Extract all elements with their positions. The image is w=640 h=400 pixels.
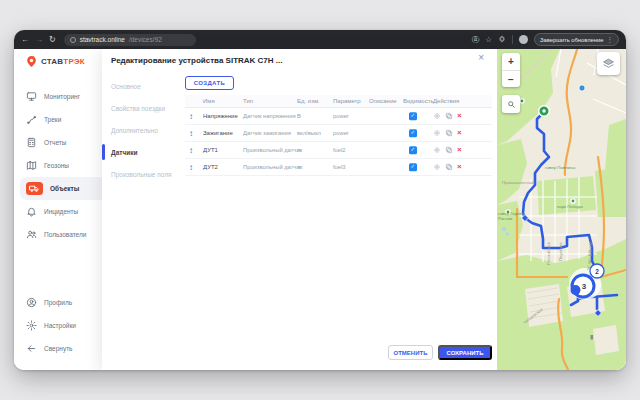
map-layers-button[interactable] xyxy=(597,52,620,75)
sidebar-item-geozones[interactable]: Геозоны xyxy=(20,154,106,177)
sidebar-item-label: Пользователи xyxy=(44,231,86,238)
device-editor-panel: Редактирование устройства SITRAK C7H ...… xyxy=(102,49,497,370)
sidebar-item-monitoring[interactable]: Мониторинг xyxy=(20,85,106,108)
copy-icon[interactable] xyxy=(445,129,453,137)
settings-icon[interactable] xyxy=(433,163,441,171)
cancel-button[interactable]: ОТМЕНИТЬ xyxy=(388,345,433,360)
drag-handle-icon[interactable]: ↕ xyxy=(189,112,193,121)
map[interactable]: 3 2 Промышленный сквер Пав xyxy=(497,49,626,370)
settings-icon[interactable] xyxy=(433,129,441,137)
row-actions: × xyxy=(433,163,462,171)
close-icon[interactable]: × xyxy=(478,53,484,63)
settings-icon[interactable] xyxy=(433,112,441,120)
tab-main[interactable]: Основное xyxy=(102,75,182,97)
drag-handle-icon[interactable]: ↕ xyxy=(189,146,193,155)
sensor-name: Напряжение xyxy=(203,113,238,119)
translate-icon[interactable]: ⓐ xyxy=(472,36,480,44)
map-search-button[interactable] xyxy=(502,95,520,113)
table-row: ↕ Напряжение Датчик напряжения В power ✓… xyxy=(185,108,492,125)
sidebar-item-label: Геозоны xyxy=(44,162,69,169)
map-icon xyxy=(26,160,37,171)
delete-icon[interactable]: × xyxy=(457,163,462,171)
sidebar-item-users[interactable]: Пользователи xyxy=(20,223,106,246)
delete-icon[interactable]: × xyxy=(457,129,462,137)
settings-icon[interactable] xyxy=(433,146,441,154)
visibility-checkbox[interactable]: ✓ xyxy=(409,163,417,171)
finish-update-button[interactable]: Завершить обновление ⋮ xyxy=(534,33,619,46)
route-point-blob xyxy=(571,285,581,295)
sensor-name: Зажигание xyxy=(203,130,233,136)
profile-avatar[interactable] xyxy=(519,35,528,44)
reload-icon[interactable]: ↻ xyxy=(49,36,56,44)
sidebar-nav: Мониторинг Треки Отчеты Геозоны xyxy=(14,85,112,246)
sensor-unit: л xyxy=(297,147,300,153)
users-icon xyxy=(26,229,37,240)
sensor-name: ДУТ2 xyxy=(203,164,218,170)
sensor-unit: В xyxy=(297,113,301,119)
browser-window: ← → ↻ stavtrack.online/devices/92 ⓐ ☆ За… xyxy=(14,30,626,370)
row-actions: × xyxy=(433,129,462,137)
sidebar-item-profile[interactable]: Профиль xyxy=(20,291,106,314)
gear-icon xyxy=(26,320,37,331)
route-icon xyxy=(26,114,37,125)
extensions-icon[interactable] xyxy=(498,35,506,45)
save-button[interactable]: СОХРАНИТЬ xyxy=(438,345,492,360)
drag-handle-icon[interactable]: ↕ xyxy=(189,129,193,138)
bell-icon xyxy=(26,206,37,217)
site-info-icon[interactable] xyxy=(70,37,76,43)
monument-icon xyxy=(591,335,594,340)
col-actions: Действия xyxy=(433,98,459,104)
sidebar-item-label: Мониторинг xyxy=(44,93,80,100)
brand-text: СТАВТРЭК xyxy=(41,57,85,66)
tab-sensors[interactable]: Датчики xyxy=(102,141,182,163)
layers-icon xyxy=(602,57,615,70)
sidebar-item-label: Профиль xyxy=(44,299,72,306)
create-button[interactable]: СОЗДАТЬ xyxy=(185,76,234,90)
sidebar: СТАВТРЭК Мониторинг Треки Отчеты xyxy=(14,49,112,370)
zoom-out-button[interactable]: − xyxy=(502,70,520,87)
col-unit: Ед. изм. xyxy=(297,98,320,104)
delete-icon[interactable]: × xyxy=(457,112,462,120)
street-label: сквер Героев России xyxy=(498,211,526,222)
tab-additional[interactable]: Дополнительно xyxy=(102,119,182,141)
visibility-checkbox[interactable]: ✓ xyxy=(409,129,417,137)
visibility-checkbox[interactable]: ✓ xyxy=(409,146,417,154)
arrow-left-icon xyxy=(26,343,37,354)
sidebar-item-objects[interactable]: Объекты xyxy=(20,177,106,200)
sidebar-item-tracks[interactable]: Треки xyxy=(20,108,106,131)
sidebar-item-label: Свернуть xyxy=(44,345,73,352)
magnifier-icon xyxy=(507,100,516,109)
zoom-in-button[interactable]: + xyxy=(502,53,520,70)
sidebar-item-reports[interactable]: Отчеты xyxy=(20,131,106,154)
copy-icon[interactable] xyxy=(445,163,453,171)
profile-icon xyxy=(26,297,37,308)
copy-icon[interactable] xyxy=(445,146,453,154)
tab-custom-fields[interactable]: Произвольные поля xyxy=(102,163,182,185)
panel-title: Редактирование устройства SITRAK C7H ... xyxy=(111,56,282,65)
bookmark-star-icon[interactable]: ☆ xyxy=(485,36,492,44)
table-row: ↕ ДУТ2 Произвольный датчик л fuel3 ✓ × xyxy=(185,159,492,176)
browser-chrome: ← → ↻ stavtrack.online/devices/92 ⓐ ☆ За… xyxy=(14,30,626,49)
copy-icon[interactable] xyxy=(445,112,453,120)
monitor-icon xyxy=(26,91,37,102)
sidebar-item-collapse[interactable]: Свернуть xyxy=(20,337,106,360)
back-icon[interactable]: ← xyxy=(21,36,29,44)
sidebar-item-label: Треки xyxy=(44,116,61,123)
address-bar[interactable]: stavtrack.online/devices/92 xyxy=(64,34,196,46)
brand-logo[interactable]: СТАВТРЭК xyxy=(25,55,85,68)
sidebar-item-incidents[interactable]: Инциденты xyxy=(20,200,106,223)
forward-icon[interactable]: → xyxy=(35,36,43,44)
visibility-checkbox[interactable]: ✓ xyxy=(409,112,417,120)
panel-tabs: Основное Свойства поездки Дополнительно … xyxy=(102,75,182,185)
drag-handle-icon[interactable]: ↕ xyxy=(189,163,193,172)
url-path: /devices/92 xyxy=(129,36,162,43)
poi-marker[interactable] xyxy=(579,85,585,91)
delete-icon[interactable]: × xyxy=(457,146,462,154)
chrome-menu-icon[interactable]: ⋮ xyxy=(607,36,614,44)
sidebar-item-settings[interactable]: Настройки xyxy=(20,314,106,337)
sensor-unit: вкл/выкл xyxy=(297,130,321,136)
tab-trip-properties[interactable]: Свойства поездки xyxy=(102,97,182,119)
app-root: СТАВТРЭК Мониторинг Треки Отчеты xyxy=(14,49,626,370)
finish-update-label: Завершить обновление xyxy=(540,37,604,43)
col-param: Параметр xyxy=(333,98,361,104)
